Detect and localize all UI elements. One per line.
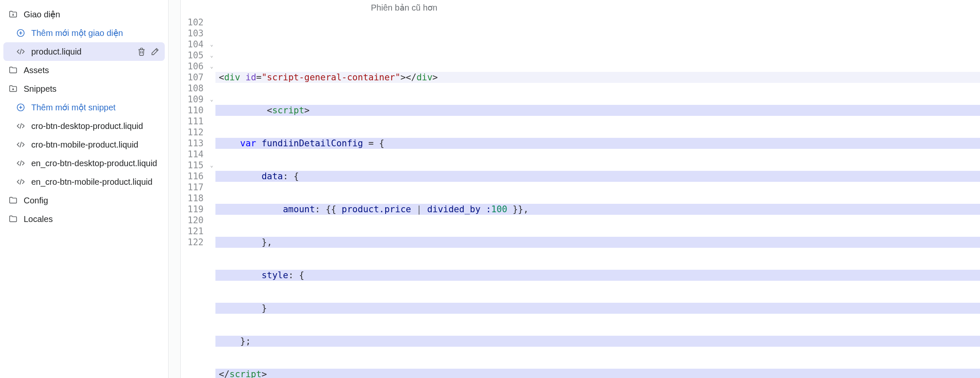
pane-divider[interactable] — [168, 0, 181, 378]
add-giao-dien[interactable]: Thêm mới một giao diện — [3, 24, 165, 42]
code-icon — [16, 159, 25, 168]
plus-circle-icon — [16, 103, 25, 112]
sidebar-section-giao-dien[interactable]: Giao diện — [3, 5, 165, 24]
code-line[interactable]: <script> — [215, 105, 980, 116]
code-icon — [16, 47, 25, 56]
snippet-file[interactable]: en_cro-btn-desktop-product.liquid — [3, 154, 165, 173]
file-label: cro-btn-desktop-product.liquid — [31, 121, 160, 131]
add-label: Thêm mới một giao diện — [31, 28, 160, 38]
file-label: cro-btn-mobile-product.liquid — [31, 140, 160, 150]
code-area[interactable]: 1021031041051061071081091101111121131141… — [181, 17, 980, 378]
code-line[interactable]: </script> — [215, 369, 980, 378]
line-number-gutter: 1021031041051061071081091101111121131141… — [181, 17, 208, 378]
sidebar-section-config[interactable]: Config — [3, 191, 165, 210]
code-line[interactable]: style: { — [215, 270, 980, 281]
section-label: Snippets — [24, 84, 160, 94]
code-content[interactable]: <div id="script-general-container"></div… — [215, 17, 980, 378]
code-icon — [16, 177, 25, 186]
section-label: Giao diện — [24, 9, 160, 19]
code-editor: Phiên bản cũ hơn 10210310410510610710810… — [181, 0, 980, 378]
sidebar-section-assets[interactable]: Assets — [3, 61, 165, 79]
code-line[interactable]: var fundiinDetailConfig = { — [215, 138, 980, 149]
trash-icon[interactable] — [137, 47, 146, 56]
folder-download-icon — [8, 84, 18, 93]
snippet-file[interactable]: cro-btn-desktop-product.liquid — [3, 117, 165, 135]
sidebar-section-locales[interactable]: Locales — [3, 210, 165, 228]
code-icon — [16, 140, 25, 149]
code-line[interactable]: data: { — [215, 171, 980, 182]
older-version-link[interactable]: Phiên bản cũ hơn — [181, 0, 980, 17]
code-line[interactable]: }, — [215, 237, 980, 248]
code-line[interactable]: <div id="script-general-container"></div… — [215, 72, 980, 83]
folder-icon — [8, 214, 18, 224]
snippet-file[interactable]: en_cro-btn-mobile-product.liquid — [3, 173, 165, 191]
folder-icon — [8, 66, 18, 75]
snippet-file[interactable]: cro-btn-mobile-product.liquid — [3, 135, 165, 154]
section-label: Config — [24, 196, 160, 205]
folder-icon — [8, 196, 18, 205]
code-line[interactable]: }; — [215, 336, 980, 347]
code-icon — [16, 121, 25, 131]
plus-circle-icon — [16, 28, 25, 38]
sidebar: Giao diện Thêm mới một giao diện product… — [0, 0, 168, 378]
fold-gutter: ⌄⌄⌄⌄⌄ — [208, 17, 215, 378]
file-label: en_cro-btn-mobile-product.liquid — [31, 177, 160, 187]
file-label: en_cro-btn-desktop-product.liquid — [31, 159, 160, 168]
code-line[interactable] — [215, 39, 980, 50]
add-label: Thêm mới một snippet — [31, 102, 160, 112]
section-label: Locales — [24, 214, 160, 224]
add-snippet[interactable]: Thêm mới một snippet — [3, 98, 165, 117]
file-product-liquid[interactable]: product.liquid — [3, 42, 165, 61]
sidebar-section-snippets[interactable]: Snippets — [3, 79, 165, 98]
code-line[interactable]: amount: {{ product.price | divided_by :1… — [215, 204, 980, 215]
code-line[interactable]: } — [215, 303, 980, 314]
section-label: Assets — [24, 66, 160, 75]
edit-icon[interactable] — [150, 47, 160, 56]
file-label: product.liquid — [31, 47, 131, 57]
folder-download-icon — [8, 10, 18, 19]
